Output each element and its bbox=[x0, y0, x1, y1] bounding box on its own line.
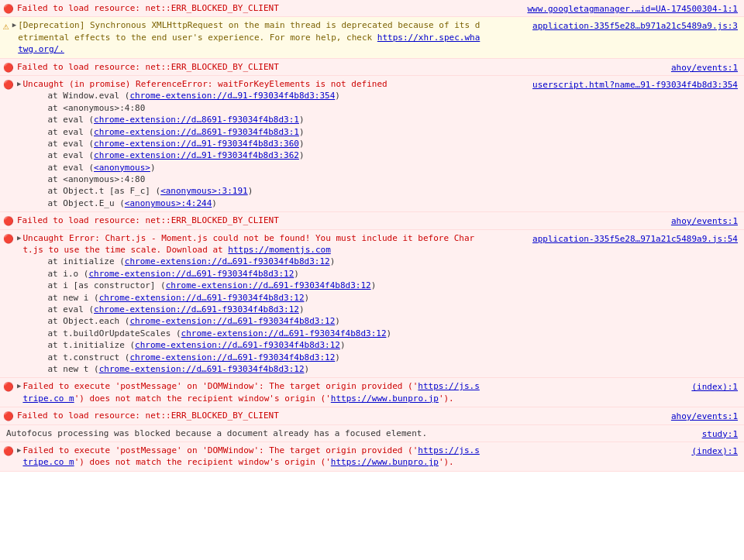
error-icon: 🔴 bbox=[3, 411, 14, 421]
error-icon: 🔴 bbox=[3, 234, 14, 244]
stack-line: at eval (chrome-extension://d…691-f93034… bbox=[22, 304, 482, 315]
entry-7: 🔴Failed to execute 'postMessage' on 'DOM… bbox=[0, 378, 744, 407]
stack-line: at Object.t [as F_c] (<anonymous>:3:191) bbox=[22, 185, 482, 197]
error-icon: 🔴 bbox=[3, 216, 14, 226]
source-link[interactable]: https://www.bunpro.jp bbox=[331, 393, 439, 404]
source-link[interactable]: chrome-extension://d…691-f93034f4b8d3:12 bbox=[125, 256, 330, 266]
source-link[interactable]: chrome-extension://d…691-f93034f4b8d3:12 bbox=[94, 304, 299, 314]
entry-2: ⚠[Deprecation] Synchronous XMLHttpReques… bbox=[0, 17, 744, 58]
source-file-link[interactable]: study:1 bbox=[488, 428, 744, 439]
entry-5: 🔴Failed to load resource: net::ERR_BLOCK… bbox=[0, 212, 744, 229]
source-link[interactable]: chrome-extension://d…691-f93034f4b8d3:12 bbox=[129, 352, 335, 362]
stack-line: at i.o (chrome-extension://d…691-f93034f… bbox=[22, 268, 482, 280]
expand-triangle[interactable] bbox=[17, 380, 21, 390]
error-icon: 🔴 bbox=[3, 382, 14, 392]
stack-line: at initialize (chrome-extension://d…691-… bbox=[22, 256, 482, 267]
stack-line: at eval (chrome-extension://d…8691-f9303… bbox=[22, 126, 482, 138]
source-link[interactable]: chrome-extension://d…91-f93034f4b8d3:354 bbox=[129, 91, 335, 101]
expand-triangle[interactable] bbox=[12, 19, 16, 29]
expand-triangle[interactable] bbox=[17, 445, 21, 455]
stack-line: at eval (chrome-extension://d…8691-f9303… bbox=[22, 114, 482, 125]
source-file-link[interactable]: application-335f5e28…b971a21c5489a9.js:3 bbox=[488, 19, 744, 31]
error-icon: 🔴 bbox=[3, 80, 14, 90]
source-link[interactable]: chrome-extension://d…691-f93034f4b8d3:12 bbox=[129, 316, 335, 326]
entry-6: 🔴Uncaught Error: Chart.js - Moment.js co… bbox=[0, 230, 744, 379]
source-file-link[interactable]: userscript.html?name…91-f93034f4b8d3:354 bbox=[488, 78, 744, 90]
source-link[interactable]: chrome-extension://d…691-f93034f4b8d3:12 bbox=[88, 269, 294, 279]
stack-line: at <anonymous>:4:80 bbox=[22, 102, 482, 114]
source-file-link[interactable]: ahoy/events:1 bbox=[488, 215, 744, 226]
error-icon: 🔴 bbox=[3, 4, 14, 14]
stack-line: at Window.eval (chrome-extension://d…91-… bbox=[22, 90, 482, 101]
error-icon: 🔴 bbox=[3, 446, 14, 456]
entry-1: 🔴Failed to load resource: net::ERR_BLOCK… bbox=[0, 0, 744, 17]
expand-triangle[interactable] bbox=[17, 78, 21, 88]
stack-line: at eval (chrome-extension://d…91-f93034f… bbox=[22, 149, 482, 161]
source-link[interactable]: chrome-extension://d…691-f93034f4b8d3:12 bbox=[166, 280, 371, 290]
source-file-link[interactable]: (index):1 bbox=[488, 380, 744, 392]
source-link[interactable]: chrome-extension://d…91-f93034f4b8d3:360 bbox=[94, 139, 299, 149]
stack-line: at t.construct (chrome-extension://d…691… bbox=[22, 352, 482, 363]
stack-line: at <anonymous>:4:80 bbox=[22, 173, 482, 185]
stack-line: at Object.each (chrome-extension://d…691… bbox=[22, 315, 482, 327]
entry-10: 🔴Failed to execute 'postMessage' on 'DOM… bbox=[0, 442, 744, 472]
source-file-link[interactable]: www.googletagmanager.…id=UA-174500304-1:… bbox=[488, 2, 744, 14]
warning-icon: ⚠ bbox=[3, 20, 9, 33]
entry-8: 🔴Failed to load resource: net::ERR_BLOCK… bbox=[0, 407, 744, 424]
source-link[interactable]: chrome-extension://d…8691-f93034f4b8d3:1 bbox=[94, 127, 299, 137]
source-file-link[interactable]: ahoy/events:1 bbox=[488, 410, 744, 421]
source-link[interactable]: chrome-extension://d…691-f93034f4b8d3:12 bbox=[99, 293, 305, 303]
stack-line: at eval (<anonymous>) bbox=[22, 162, 482, 173]
source-link[interactable]: chrome-extension://d…8691-f93034f4b8d3:1 bbox=[94, 115, 299, 125]
entry-9: Autofocus processing was blocked because… bbox=[0, 425, 744, 442]
stack-line: at new t (chrome-extension://d…691-f9303… bbox=[22, 363, 482, 375]
entry-3: 🔴Failed to load resource: net::ERR_BLOCK… bbox=[0, 59, 744, 76]
source-file-link[interactable]: ahoy/events:1 bbox=[488, 61, 744, 73]
source-link[interactable]: <anonymous>:4:244 bbox=[125, 198, 212, 208]
entry-4: 🔴Uncaught (in promise) ReferenceError: w… bbox=[0, 76, 744, 212]
expand-triangle[interactable] bbox=[17, 232, 21, 242]
stack-line: at t.buildOrUpdateScales (chrome-extensi… bbox=[22, 328, 482, 339]
source-link[interactable]: chrome-extension://d…91-f93034f4b8d3:362 bbox=[94, 150, 299, 160]
source-link[interactable]: https://momentjs.com bbox=[228, 245, 330, 255]
source-link[interactable]: https://www.bunpro.jp bbox=[331, 457, 439, 467]
source-link[interactable]: <anonymous> bbox=[94, 163, 150, 173]
source-link[interactable]: chrome-extension://d…691-f93034f4b8d3:12 bbox=[135, 340, 340, 350]
stack-line: at new i (chrome-extension://d…691-f9303… bbox=[22, 292, 482, 304]
stack-line: at i [as constructor] (chrome-extension:… bbox=[22, 280, 482, 291]
source-link[interactable]: <anonymous>:3:191 bbox=[160, 186, 248, 196]
stack-line: at Object.E_u (<anonymous>:4:244) bbox=[22, 198, 482, 209]
stack-line: at eval (chrome-extension://d…91-f93034f… bbox=[22, 138, 482, 149]
console-panel: 🔴Failed to load resource: net::ERR_BLOCK… bbox=[0, 0, 744, 472]
source-file-link[interactable]: (index):1 bbox=[488, 445, 744, 456]
source-link[interactable]: chrome-extension://d…691-f93034f4b8d3:12 bbox=[99, 364, 305, 374]
source-link[interactable]: chrome-extension://d…691-f93034f4b8d3:12 bbox=[181, 328, 387, 338]
error-icon: 🔴 bbox=[3, 63, 14, 73]
stack-line: at t.initialize (chrome-extension://d…69… bbox=[22, 339, 482, 351]
source-file-link[interactable]: application-335f5e28…971a21c5489a9.js:54 bbox=[488, 232, 744, 244]
